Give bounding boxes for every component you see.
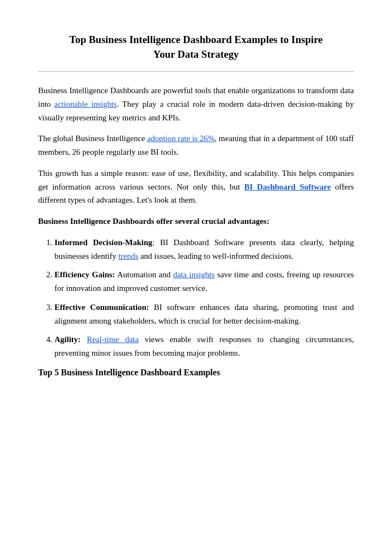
list-item-4: Agility: Real-time data views enable swi… (54, 333, 354, 360)
list-item-4-start (81, 335, 87, 344)
title-line1: Top Business Intelligence Dashboard Exam… (38, 33, 354, 47)
article-title: actionable insights Top Business Intelli… (38, 33, 354, 62)
advantages-list: Informed Decision-Making: BI Dashboard S… (54, 236, 354, 360)
actionable-insights-link[interactable]: actionable insights (54, 100, 117, 108)
bi-dashboard-software-link[interactable]: BI Dashboard Software (244, 182, 331, 191)
list-item-1-bold: Informed Decision-Making (54, 238, 152, 247)
real-time-data-link[interactable]: Real-time data (87, 335, 138, 344)
list-item-4-bold: Agility: (54, 335, 81, 344)
data-insights-link[interactable]: data insights (173, 270, 215, 279)
paragraph-1: Business Intelligence Dashboards are pow… (38, 84, 354, 124)
list-item-3-bold: Effective Communication: (54, 303, 149, 312)
page-content: actionable insights Top Business Intelli… (0, 0, 392, 412)
trends-link[interactable]: trends (119, 252, 139, 260)
section-heading: Business Intelligence Dashboards offer s… (38, 215, 354, 228)
bottom-section-heading: Top 5 Business Intelligence Dashboard Ex… (38, 368, 354, 378)
list-item-2: Efficiency Gains: Automation and data in… (54, 268, 354, 295)
adoption-rate-link[interactable]: adoption rate is 26% (147, 134, 215, 143)
paragraph-2: The global Business Intelligence adoptio… (38, 132, 354, 159)
paragraph-3: This growth has a simple reason: ease of… (38, 167, 354, 207)
list-item-1: Informed Decision-Making: BI Dashboard S… (54, 236, 354, 263)
list-item-2-bold: Efficiency Gains: (54, 270, 115, 279)
list-item-3: Effective Communication: BI software enh… (54, 301, 354, 328)
list-item-1-end: and issues, leading to well-informed dec… (138, 252, 293, 260)
list-item-2-start: Automation and (115, 270, 173, 279)
title-line2: Your Data Strategy (38, 47, 354, 62)
title-divider (38, 71, 354, 72)
p2-text-start: The global Business Intelligence (38, 134, 147, 143)
